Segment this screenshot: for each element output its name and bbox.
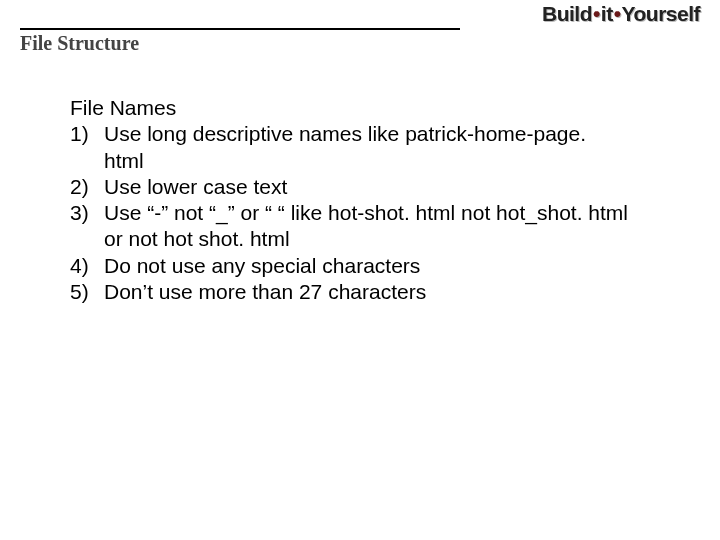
page-title: File Structure [20,32,700,55]
title-rule [20,28,460,30]
list-item: 2) Use lower case text [70,174,630,200]
item-text: Use “-” not “_” or “ “ like hot-shot. ht… [104,200,630,253]
item-number: 3) [70,200,104,226]
section-heading: File Names [70,95,630,121]
list-item: 1) Use long descriptive names like patri… [70,121,630,174]
rules-list: 1) Use long descriptive names like patri… [70,121,630,305]
logo-sep-2: • [613,2,622,25]
item-number: 1) [70,121,104,147]
list-item: 5) Don’t use more than 27 characters [70,279,630,305]
item-number: 2) [70,174,104,200]
item-text: Do not use any special characters [104,253,630,279]
logo-part-2: it [601,2,613,25]
item-number: 4) [70,253,104,279]
item-text: Don’t use more than 27 characters [104,279,630,305]
content: File Names 1) Use long descriptive names… [0,55,630,305]
logo: Build•it•Yourself [542,2,700,26]
item-text: Use lower case text [104,174,630,200]
item-text: Use long descriptive names like patrick-… [104,121,630,174]
list-item: 3) Use “-” not “_” or “ “ like hot-shot.… [70,200,630,253]
logo-part-3: Yourself [622,2,700,25]
logo-sep-1: • [592,2,601,25]
list-item: 4) Do not use any special characters [70,253,630,279]
logo-part-1: Build [542,2,592,25]
item-number: 5) [70,279,104,305]
